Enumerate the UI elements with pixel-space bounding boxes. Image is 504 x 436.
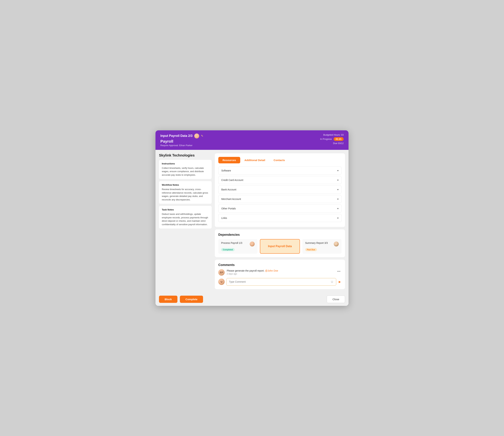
past-due-badge: Past Due xyxy=(305,248,317,251)
comment-time: 2 days ago xyxy=(227,273,334,275)
task-title: Input Payroll Data 2/3 xyxy=(160,134,192,138)
client-name: Skylink Technologies xyxy=(159,153,212,158)
send-button[interactable]: ► xyxy=(338,280,342,284)
comments-title: Comments xyxy=(218,263,342,267)
instructions-text: Collect timesheets, verify hours, calcul… xyxy=(162,166,209,177)
footer-left: Block Complete xyxy=(159,296,203,303)
mention: @John Doe xyxy=(265,269,278,272)
block-button[interactable]: Block xyxy=(159,296,177,303)
resources-card: Resources Additional Detail Contacts Sof… xyxy=(215,153,345,227)
main-content: Skylink Technologies Instructions Collec… xyxy=(155,150,349,293)
instructions-card: Instructions Collect timesheets, verify … xyxy=(159,160,212,179)
dep-active-label: Input Payroll Data xyxy=(263,242,297,251)
left-panel: Skylink Technologies Instructions Collec… xyxy=(159,153,212,289)
budgeted-hours: Budgeted Hours: 03 xyxy=(320,133,344,136)
accordion-merchant-account[interactable]: Merchant Account ▾ xyxy=(218,195,342,203)
tab-bar: Resources Additional Detail Contacts xyxy=(218,157,342,163)
edit-icon[interactable]: ✎ xyxy=(201,134,203,138)
avatar xyxy=(194,133,199,139)
comments-card: Comments EP Please generate the payroll … xyxy=(215,260,345,289)
status-row: In Progress 01:21 xyxy=(320,137,344,141)
chevron-down-icon: ▾ xyxy=(337,169,339,172)
status-label: In Progress xyxy=(320,138,332,140)
dep-summary-header: Summary Report 3/3 xyxy=(305,241,339,246)
comment-more-button[interactable]: ••• xyxy=(336,269,342,274)
dep-input-payroll[interactable]: Input Payroll Data xyxy=(260,239,300,254)
header-left: Input Payroll Data 2/3 ✎ Payroll Require… xyxy=(160,133,203,147)
accordion-links[interactable]: Links ▾ xyxy=(218,214,342,222)
main-window: Input Payroll Data 2/3 ✎ Payroll Require… xyxy=(155,130,349,306)
dependencies-title: Dependencies xyxy=(218,233,342,237)
completed-badge: Completed xyxy=(221,248,235,251)
comment-input-wrap[interactable]: ☺ xyxy=(226,278,336,286)
instructions-title: Instructions xyxy=(162,162,209,165)
due-date: Due 03/12 xyxy=(320,142,344,145)
dep-process-payroll[interactable]: Process Payroll 1/3 Completed xyxy=(218,239,257,254)
current-user-avatar: U xyxy=(218,278,225,285)
dep-process-payroll-header: Process Payroll 1/3 xyxy=(221,241,255,246)
comment-body: Please generate the payroll report. @Joh… xyxy=(227,269,334,275)
emoji-icon[interactable]: ☺ xyxy=(330,280,333,284)
dependencies-card: Dependencies Process Payroll 1/3 Complet… xyxy=(215,229,345,257)
accordion-software[interactable]: Software ▾ xyxy=(218,167,342,175)
task-notes-card: Task Notes Deduct taxes and withholdings… xyxy=(159,206,212,229)
chevron-down-icon: ▾ xyxy=(337,198,339,200)
commenter-avatar: EP xyxy=(218,269,225,276)
timer-badge: 01:21 xyxy=(333,137,344,141)
header: Input Payroll Data 2/3 ✎ Payroll Require… xyxy=(155,130,349,150)
dep-summary-report[interactable]: Summary Report 3/3 Past Due xyxy=(302,239,342,254)
chevron-down-icon: ▾ xyxy=(337,188,339,191)
workflow-notes-title: Workflow Notes xyxy=(162,184,209,186)
tab-resources[interactable]: Resources xyxy=(218,157,240,163)
footer: Block Complete Close xyxy=(155,293,349,306)
dep-avatar-1 xyxy=(250,241,255,246)
comment-item: EP Please generate the payroll report. @… xyxy=(218,269,342,276)
chevron-down-icon: ▾ xyxy=(337,217,339,219)
workflow-notes-card: Workflow Notes Review timesheets for acc… xyxy=(159,181,212,204)
right-panel: Resources Additional Detail Contacts Sof… xyxy=(215,153,345,289)
accordion-bank-account[interactable]: Bank Account ▾ xyxy=(218,186,342,194)
chevron-down-icon: ▾ xyxy=(337,207,339,210)
close-button[interactable]: Close xyxy=(327,296,345,303)
accordion-other-portals[interactable]: Other Portals ▾ xyxy=(218,204,342,213)
task-notes-title: Task Notes xyxy=(162,208,209,211)
task-notes-text: Deduct taxes and withholdings, update em… xyxy=(162,212,209,226)
comment-input[interactable] xyxy=(229,280,330,283)
workflow-notes-text: Review timesheets for accuracy, cross-re… xyxy=(162,188,209,201)
dep-avatar-2 xyxy=(334,241,339,246)
tab-additional-detail[interactable]: Additional Detail xyxy=(240,157,269,163)
complete-button[interactable]: Complete xyxy=(180,296,203,303)
chevron-down-icon: ▾ xyxy=(337,179,339,181)
category: Payroll xyxy=(160,139,203,144)
accordion-credit-card[interactable]: Credit Card Account ▾ xyxy=(218,176,342,184)
title-row: Input Payroll Data 2/3 ✎ xyxy=(160,133,203,139)
approval-label: Require Approval: Ethan Parker xyxy=(160,144,203,147)
dependencies-row: Process Payroll 1/3 Completed Input Payr… xyxy=(218,239,342,254)
comment-text: Please generate the payroll report. @Joh… xyxy=(227,269,334,272)
tab-contacts[interactable]: Contacts xyxy=(269,157,289,163)
header-right: Budgeted Hours: 03 In Progress 01:21 Due… xyxy=(320,133,344,145)
comment-input-row: U ☺ ► xyxy=(218,278,342,286)
